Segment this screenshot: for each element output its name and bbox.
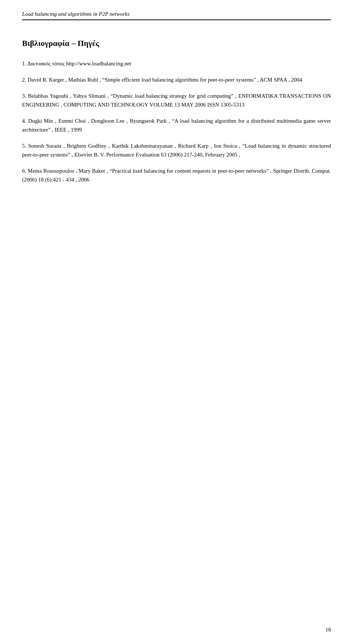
header-bar: Load balancing and algorithms in P2P net…: [22, 11, 331, 20]
list-item: 2. David R. Karger , Mathias Ruhl , “Sim…: [22, 75, 331, 84]
reference-number: 5.: [22, 143, 28, 149]
list-item: 3. Belabbas Yagoubi , Yahya Slimani , “D…: [22, 91, 331, 109]
list-item: 4. Dugki Min , Eunmi Choi , Donghoon Lee…: [22, 116, 331, 134]
page-number: 18: [325, 627, 331, 633]
header-title: Load balancing and algorithms in P2P net…: [22, 11, 129, 17]
list-item: 1. Δικτυακός τόπος http://www.loadbalanc…: [22, 59, 331, 68]
reference-text: Belabbas Yagoubi , Yahya Slimani , “Dyna…: [22, 93, 331, 108]
page-container: Load balancing and algorithms in P2P net…: [0, 0, 353, 644]
reference-text: Dugki Min , Eunmi Choi , Donghoon Lee , …: [22, 118, 331, 133]
reference-text: David R. Karger , Mathias Ruhl , “Simple…: [28, 77, 302, 83]
reference-number: 4.: [22, 118, 28, 124]
reference-number: 3.: [22, 93, 28, 99]
reference-number: 1.: [22, 61, 27, 66]
reference-text: Δικτυακός τόπος http://www.loadbalancing…: [27, 61, 131, 66]
reference-number: 6.: [22, 168, 28, 174]
list-item: 5. Sonesh Surana , Brighten Godfrey , Ka…: [22, 141, 331, 159]
references-list: 1. Δικτυακός τόπος http://www.loadbalanc…: [22, 59, 331, 184]
reference-number: 2.: [22, 77, 28, 83]
section-title: Βιβλιογραφία – Πηγές: [22, 39, 331, 48]
reference-text: Sonesh Surana , Brighten Godfrey , Karth…: [22, 143, 331, 158]
reference-text: Mema Roussopoulos , Mary Baker , “Practi…: [22, 168, 331, 183]
list-item: 6. Mema Roussopoulos , Mary Baker , “Pra…: [22, 166, 331, 184]
